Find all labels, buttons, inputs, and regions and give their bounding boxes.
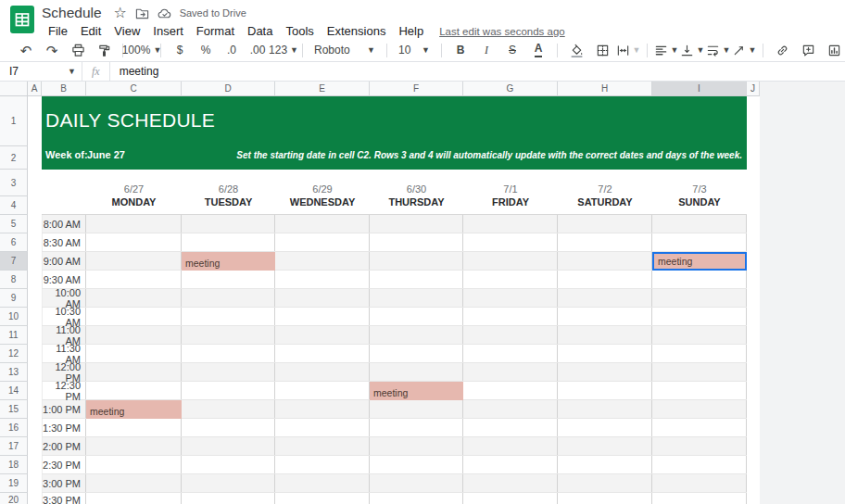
text-rotate-button[interactable]: ▼: [731, 40, 757, 60]
insert-comment-button[interactable]: [795, 40, 821, 60]
day-cell-saturday[interactable]: SATURDAY: [558, 196, 652, 215]
column-header-H[interactable]: H: [558, 82, 652, 96]
row-header-8[interactable]: 8: [0, 271, 28, 289]
time-cell-1-00-pm[interactable]: 1:00 PM: [42, 400, 86, 419]
time-cell-10-30-am[interactable]: 10:30 AM: [42, 308, 86, 326]
week-of-value[interactable]: June 27: [87, 149, 125, 160]
time-cell-1-30-pm[interactable]: 1:30 PM: [42, 419, 86, 437]
row-header-3[interactable]: 3: [0, 170, 28, 196]
time-cell-9-00-am[interactable]: 9:00 AM: [42, 252, 86, 271]
event-cell-c15[interactable]: meeting: [86, 400, 182, 419]
name-box-caret-icon[interactable]: ▼: [68, 67, 76, 76]
column-header-D[interactable]: D: [182, 82, 275, 96]
day-cell-thursday[interactable]: THURSDAY: [370, 196, 463, 215]
row-header-7[interactable]: 7: [0, 252, 28, 271]
format-currency-button[interactable]: $: [167, 40, 193, 60]
menu-data[interactable]: Data: [241, 24, 279, 38]
column-header-F[interactable]: F: [370, 82, 463, 96]
menu-edit[interactable]: Edit: [74, 24, 107, 38]
date-cell-7/1[interactable]: 7/1: [463, 170, 558, 196]
menu-extensions[interactable]: Extensions: [321, 24, 393, 38]
time-cell-9-30-am[interactable]: 9:30 AM: [42, 271, 86, 289]
row-header-14[interactable]: 14: [0, 382, 28, 400]
time-cell-12-00-pm[interactable]: 12:00 PM: [42, 363, 86, 382]
row-header-18[interactable]: 18: [0, 456, 28, 474]
formula-input[interactable]: meeting: [110, 65, 159, 78]
time-cell-12-30-pm[interactable]: 12:30 PM: [42, 382, 86, 400]
date-cell-7/3[interactable]: 7/3: [652, 170, 747, 196]
date-cell-6/29[interactable]: 6/29: [275, 170, 370, 196]
text-wrap-button[interactable]: ▼: [705, 40, 731, 60]
font-select[interactable]: Roboto▼: [309, 40, 381, 60]
name-box[interactable]: I7 ▼: [0, 65, 82, 78]
row-header-11[interactable]: 11: [0, 326, 28, 345]
insert-link-button[interactable]: [769, 40, 795, 60]
time-cell-3-30-pm[interactable]: 3:30 PM: [42, 493, 86, 504]
row-header-13[interactable]: 13: [0, 363, 28, 382]
row-header-20[interactable]: 20: [0, 493, 28, 504]
merge-cells-button[interactable]: ▼: [615, 40, 641, 60]
day-cell-tuesday[interactable]: TUESDAY: [182, 196, 275, 215]
day-cell-friday[interactable]: FRIDAY: [463, 196, 558, 215]
italic-button[interactable]: I: [473, 40, 499, 60]
time-cell-8-00-am[interactable]: 8:00 AM: [42, 215, 86, 233]
column-header-I[interactable]: I: [652, 82, 747, 96]
day-cell-monday[interactable]: MONDAY: [86, 196, 182, 215]
row-header-6[interactable]: 6: [0, 233, 28, 252]
day-cell-wednesday[interactable]: WEDNESDAY: [275, 196, 370, 215]
borders-button[interactable]: [589, 40, 615, 60]
bold-button[interactable]: B: [448, 40, 473, 60]
date-cell-7/2[interactable]: 7/2: [558, 170, 652, 196]
select-all-corner[interactable]: [0, 82, 28, 96]
row-header-9[interactable]: 9: [0, 289, 28, 308]
event-cell-i7[interactable]: meeting: [652, 252, 747, 271]
horizontal-align-button[interactable]: ▼: [653, 40, 679, 60]
undo-button[interactable]: ↶: [13, 40, 39, 60]
banner-cell[interactable]: DAILY SCHEDULEWeek of:June 27Set the sta…: [42, 96, 747, 170]
move-to-folder-icon[interactable]: [133, 4, 152, 22]
menu-file[interactable]: File: [42, 24, 74, 38]
menu-tools[interactable]: Tools: [279, 24, 320, 38]
zoom-select[interactable]: 100%▼: [129, 40, 155, 60]
row-header-15[interactable]: 15: [0, 400, 28, 419]
star-icon[interactable]: ☆: [111, 4, 130, 22]
row-header-2[interactable]: 2: [0, 146, 28, 170]
time-cell-3-00-pm[interactable]: 3:00 PM: [42, 474, 86, 493]
column-header-E[interactable]: E: [275, 82, 370, 96]
time-cell-11-00-am[interactable]: 11:00 AM: [42, 326, 86, 345]
event-cell-d7[interactable]: meeting: [182, 252, 275, 271]
menu-view[interactable]: View: [107, 24, 146, 38]
time-cell-10-00-am[interactable]: 10:00 AM: [42, 289, 86, 308]
vertical-align-button[interactable]: ▼: [679, 40, 705, 60]
paint-format-button[interactable]: [91, 40, 117, 60]
decrease-decimal-button[interactable]: .0: [219, 40, 245, 60]
text-color-button[interactable]: A: [525, 40, 551, 60]
menu-insert[interactable]: Insert: [146, 24, 190, 38]
font-size-select[interactable]: 10▼: [393, 40, 435, 60]
time-cell-2-30-pm[interactable]: 2:30 PM: [42, 456, 86, 474]
row-header-16[interactable]: 16: [0, 419, 28, 437]
row-header-1[interactable]: 1: [0, 96, 28, 146]
fill-color-button[interactable]: [563, 40, 589, 60]
redo-button[interactable]: ↷: [39, 40, 65, 60]
day-cell-sunday[interactable]: SUNDAY: [652, 196, 747, 215]
column-header-B[interactable]: B: [42, 82, 86, 96]
last-edit-link[interactable]: Last edit was seconds ago: [439, 26, 565, 37]
row-header-12[interactable]: 12: [0, 345, 28, 363]
time-cell-8-30-am[interactable]: 8:30 AM: [42, 233, 86, 252]
sheets-logo-icon[interactable]: [10, 6, 34, 33]
column-header-G[interactable]: G: [463, 82, 558, 96]
more-formats-button[interactable]: 123▼: [271, 40, 296, 60]
column-header-J[interactable]: J: [747, 82, 760, 96]
menu-help[interactable]: Help: [392, 24, 430, 38]
format-percent-button[interactable]: %: [193, 40, 219, 60]
time-cell-11-30-am[interactable]: 11:30 AM: [42, 345, 86, 363]
date-cell-6/27[interactable]: 6/27: [86, 170, 182, 196]
event-cell-f14[interactable]: meeting: [370, 382, 463, 400]
row-header-17[interactable]: 17: [0, 437, 28, 456]
document-title[interactable]: Schedule: [42, 5, 102, 21]
date-cell-6/28[interactable]: 6/28: [182, 170, 275, 196]
increase-decimal-button[interactable]: .00: [245, 40, 271, 60]
row-header-19[interactable]: 19: [0, 474, 28, 493]
insert-chart-button[interactable]: [821, 40, 845, 60]
